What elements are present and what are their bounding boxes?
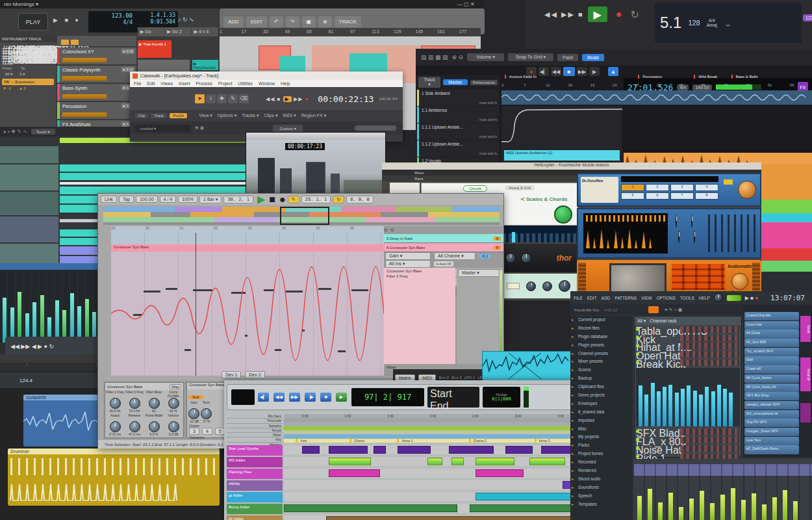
channel-row[interactable]: Open Hat	[636, 350, 740, 358]
toolbar-button[interactable]: ⊗	[318, 16, 332, 27]
thor-knob[interactable]	[521, 253, 531, 263]
palette-swatch[interactable]: #f0b429	[23, 44, 27, 49]
gb-lcd[interactable]: 5.1 128 4/4Amaj ⌄	[655, 3, 802, 43]
loop-slot[interactable]: 6	[646, 192, 669, 200]
note-button[interactable]	[724, 179, 733, 185]
channel-row[interactable]: Kick	[636, 334, 740, 342]
mixer-headers[interactable]	[634, 464, 812, 476]
browser-item[interactable]: Current project	[570, 317, 633, 326]
video-titlebar[interactable]	[246, 133, 385, 140]
clip-block[interactable]	[761, 213, 812, 223]
palette-swatch[interactable]: #e87c2a	[28, 44, 32, 49]
midi-clip[interactable]	[302, 446, 320, 454]
browser-item[interactable]: Impulses	[570, 418, 633, 426]
track-header[interactable]	[0, 146, 58, 163]
transport-buttons[interactable]: ◀◀ ■ ▶ ▶▶ ●	[266, 96, 309, 102]
midi-clip[interactable]	[398, 446, 431, 454]
track-header[interactable]	[0, 192, 58, 215]
loop-slot[interactable]: 3	[670, 184, 694, 191]
palette-swatch[interactable]: #6ac0e0	[23, 55, 27, 59]
expression-button[interactable]: PB → Expression	[2, 79, 54, 85]
browser-item[interactable]: Soundfonts	[570, 485, 633, 493]
menu-item[interactable]: FILE	[574, 296, 583, 300]
ruler-label[interactable]: Meter	[227, 433, 283, 437]
velocity-bar[interactable]	[723, 389, 727, 427]
timeline-ruler[interactable]: 37111519232731353943475155	[501, 83, 812, 90]
filter-knob[interactable]	[678, 231, 679, 243]
mixer-meter[interactable]	[762, 504, 767, 520]
range-min[interactable]: ▼ -2	[3, 86, 11, 90]
file-icons[interactable]: ▤ ▥ ▦ ▧	[421, 54, 448, 60]
palette-swatch[interactable]: #c8d24a	[33, 49, 38, 54]
synth-tab[interactable]: Env 2	[439, 376, 449, 380]
cubase-track-headers[interactable]	[0, 146, 58, 268]
timecode-display[interactable]: 00:00:22:13	[318, 94, 374, 104]
channel-meter[interactable]	[85, 299, 89, 343]
slider-bank[interactable]	[708, 214, 710, 252]
loop-slot[interactable]: 8	[695, 192, 718, 200]
input-type-chooser[interactable]: All Ins ▾	[385, 260, 431, 268]
ruler-label[interactable]: Tempo	[227, 428, 283, 433]
track-row[interactable]: 1.1 Ambience	[417, 107, 499, 123]
clip-lane[interactable]	[284, 515, 583, 520]
midi-clip[interactable]	[476, 458, 514, 465]
monitor-radio[interactable]: In Auto Off	[434, 261, 453, 266]
bitwig-titlebar[interactable]: ren Mornings ▾	[0, 0, 485, 8]
transport-field[interactable]: Link	[101, 196, 117, 203]
menu-item[interactable]: Views	[160, 81, 173, 86]
midi-arrangement[interactable]: 2930313233343536 Crossover Syn Bass	[111, 226, 384, 376]
playlist-track[interactable]: SFX Bot Drop	[744, 392, 799, 400]
track-lane-header[interactable]: Crossover Syn Bass	[111, 244, 384, 252]
velocity-bar[interactable]	[693, 391, 697, 427]
clip-red[interactable]: ▶ Trak-Kombi 1	[138, 40, 171, 58]
mixer-meter[interactable]	[772, 497, 777, 520]
mixer-titlebar[interactable]	[0, 263, 107, 270]
mixer-meter[interactable]	[741, 500, 746, 520]
groove-icons[interactable]: ♪ ↻ ∿	[178, 16, 194, 23]
mixer-toolbar[interactable]	[634, 459, 812, 464]
transport-field[interactable]: Tap	[119, 196, 134, 203]
gain-knob[interactable]: Gain-12 dB	[188, 401, 199, 423]
browser-item[interactable]: Project bones	[570, 451, 633, 460]
track-header[interactable]	[0, 164, 58, 190]
transport-fields[interactable]: LinkTap100.004 / 4100%1 Bar ▾	[101, 196, 223, 203]
macro-knob[interactable]: Release47.2 ms	[125, 413, 144, 437]
palette-swatch[interactable]: #8a5ae0	[49, 44, 53, 49]
track-row[interactable]: Classic Polysynth	[57, 66, 136, 83]
track-row[interactable]: 1.1.1 Uptown Ambie...	[417, 124, 499, 140]
sub-button[interactable]: Sub	[188, 395, 203, 399]
browser-item[interactable]: Templates	[570, 502, 633, 510]
draw-mode-button[interactable]: ✎	[288, 196, 299, 203]
palette-swatch[interactable]: #2ab7d0	[12, 49, 17, 54]
mode-icons[interactable]: ➜ ✎ ⌁ ▣	[664, 307, 682, 313]
marker[interactable]: Bass & Bells	[731, 75, 758, 79]
mixer-tab[interactable]: Mixer	[414, 171, 424, 175]
menu-item[interactable]: OPTIONS	[657, 296, 676, 300]
mixer-meter[interactable]	[648, 489, 652, 520]
scene-header[interactable]: ▶ 4 x 4	[192, 27, 218, 36]
channel-meter[interactable]	[70, 293, 74, 343]
pattern-clip[interactable]: Vocal Dr	[800, 358, 811, 391]
toolbar-button[interactable]: ↶	[270, 16, 283, 27]
all-filter-select[interactable]: All ▾	[637, 318, 646, 324]
midi-clip[interactable]	[329, 446, 368, 454]
track-row[interactable]: Percussion	[57, 102, 136, 119]
mixer-meter[interactable]	[783, 490, 787, 520]
preset-field[interactable]: untitled ▾	[135, 125, 191, 132]
loop-slot[interactable]: 2	[646, 184, 669, 191]
browser-item[interactable]: Clipboard files	[570, 384, 633, 393]
play-button[interactable]: PLAY	[18, 13, 48, 31]
map-button[interactable]: Map	[170, 384, 181, 389]
macro-knob[interactable]: Comp Dry/Wet81 %	[164, 390, 183, 413]
browser-item[interactable]: Recent files	[570, 326, 633, 334]
mixer-meter[interactable]	[793, 501, 798, 520]
playlist-track[interactable]: Sup Fiz SFX	[744, 419, 799, 427]
pattern-selector[interactable]	[648, 306, 659, 313]
playlist-track[interactable]: Cymt Hat	[744, 321, 799, 330]
velocity-bar[interactable]	[681, 389, 685, 427]
track-row[interactable]: Bass-Synth	[57, 84, 136, 101]
main-counter[interactable]: 97| 2| 917	[351, 388, 424, 406]
macro-knob[interactable]: Filter Reso81	[144, 390, 164, 413]
playlist-track[interactable]: Low Tom	[744, 437, 799, 445]
go-to-end-button[interactable]: ▕▶	[305, 393, 316, 402]
